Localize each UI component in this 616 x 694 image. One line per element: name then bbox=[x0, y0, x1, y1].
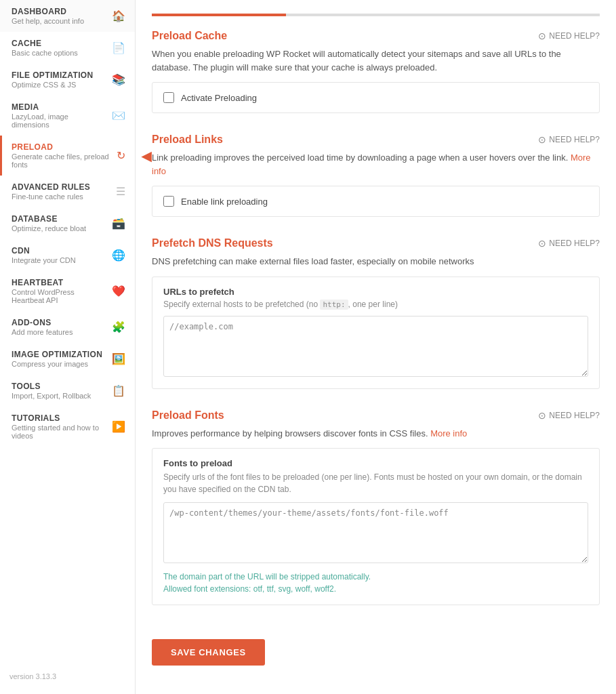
more-info-link-preload-fonts[interactable]: More info bbox=[430, 428, 467, 438]
checkbox-text-preload-cache: Activate Preloading bbox=[181, 93, 257, 103]
option-box-preload-cache: Activate Preloading bbox=[152, 82, 600, 113]
prefetch-box: URLs to prefetch Specify external hosts … bbox=[152, 277, 600, 389]
checkbox-label-preload-cache[interactable]: Activate Preloading bbox=[163, 92, 588, 103]
help-icon-preload-links: ⊙ bbox=[538, 134, 546, 145]
sidebar-item-text-tutorials: TUTORIALS Getting started and how to vid… bbox=[12, 413, 108, 440]
sidebar-item-advanced-rules[interactable]: ADVANCED RULES Fine-tune cache rules ☰ bbox=[0, 176, 135, 207]
sidebar-item-sub-cdn: Integrate your CDN bbox=[12, 256, 108, 264]
sidebar-icon-advanced-rules: ☰ bbox=[116, 185, 125, 198]
need-help-preload-cache[interactable]: ⊙ NEED HELP? bbox=[538, 30, 600, 41]
sidebar-item-title-advanced-rules: ADVANCED RULES bbox=[12, 182, 112, 192]
sidebar-item-sub-dashboard: Get help, account info bbox=[12, 17, 108, 25]
sidebar-icon-add-ons: 🧩 bbox=[112, 321, 125, 333]
sidebar-item-sub-tools: Import, Export, Rollback bbox=[12, 392, 108, 400]
sidebar-item-text-preload: PRELOAD Generate cache files, preload fo… bbox=[12, 142, 114, 169]
section-header-preload-links: Preload Links ⊙ NEED HELP? bbox=[152, 134, 600, 146]
sidebar-item-text-cache: CACHE Basic cache options bbox=[12, 39, 108, 57]
sidebar-item-text-file-optimization: FILE OPTIMIZATION Optimize CSS & JS bbox=[12, 70, 108, 89]
checkbox-label-preload-links[interactable]: Enable link preloading bbox=[163, 196, 588, 207]
section-header-preload-cache: Preload Cache ⊙ NEED HELP? bbox=[152, 30, 600, 42]
section-title-preload-links: Preload Links bbox=[152, 134, 223, 146]
need-help-prefetch-dns[interactable]: ⊙ NEED HELP? bbox=[538, 238, 600, 249]
sidebar-item-text-image-optimization: IMAGE OPTIMIZATION Compress your images bbox=[12, 350, 108, 368]
fonts-sub: Specify urls of the font files to be pre… bbox=[163, 471, 588, 495]
sidebar-item-title-database: DATABASE bbox=[12, 214, 108, 224]
sidebar-item-sub-add-ons: Add more features bbox=[12, 328, 108, 336]
sidebar-icon-dashboard: 🏠 bbox=[112, 9, 125, 22]
main-content: Preload Cache ⊙ NEED HELP? When you enab… bbox=[136, 0, 616, 694]
sidebar-item-sub-heartbeat: Control WordPress Heartbeat API bbox=[12, 288, 108, 304]
sidebar-item-text-dashboard: DASHBOARD Get help, account info bbox=[12, 7, 108, 25]
sidebar-item-text-advanced-rules: ADVANCED RULES Fine-tune cache rules bbox=[12, 182, 112, 201]
checkbox-preload-links[interactable] bbox=[163, 196, 174, 207]
section-preload-links: Preload Links ⊙ NEED HELP? Link preloadi… bbox=[152, 134, 600, 217]
save-changes-button[interactable]: SAVE CHANGES bbox=[152, 639, 265, 666]
section-prefetch-dns: Prefetch DNS Requests ⊙ NEED HELP? DNS p… bbox=[152, 237, 600, 389]
sidebar-item-title-tutorials: TUTORIALS bbox=[12, 413, 108, 423]
sidebar-item-sub-tutorials: Getting started and how to videos bbox=[12, 424, 108, 440]
sidebar-item-sub-image-optimization: Compress your images bbox=[12, 360, 108, 368]
sidebar-icon-heartbeat: ❤️ bbox=[112, 285, 125, 298]
refresh-icon: ↻ bbox=[117, 149, 125, 162]
sidebar-item-sub-media: LazyLoad, image dimensions bbox=[12, 113, 108, 129]
fonts-title: Fonts to preload bbox=[163, 458, 588, 468]
sidebar-item-text-database: DATABASE Optimize, reduce bloat bbox=[12, 214, 108, 232]
more-info-link-preload-links[interactable]: More info bbox=[152, 152, 591, 176]
prefetch-textarea[interactable]: //example.com bbox=[163, 316, 588, 377]
need-help-label-prefetch-dns: NEED HELP? bbox=[549, 239, 600, 248]
sidebar-item-text-cdn: CDN Integrate your CDN bbox=[12, 246, 108, 264]
checkbox-preload-cache[interactable] bbox=[163, 92, 174, 103]
sidebar-item-title-media: MEDIA bbox=[12, 102, 108, 112]
sidebar-item-media[interactable]: MEDIA LazyLoad, image dimensions ✉️ bbox=[0, 96, 135, 136]
top-accent bbox=[152, 14, 600, 16]
sidebar-item-heartbeat[interactable]: HEARTBEAT Control WordPress Heartbeat AP… bbox=[0, 271, 135, 311]
http-code: http: bbox=[320, 300, 348, 310]
need-help-label-preload-links: NEED HELP? bbox=[549, 135, 600, 144]
need-help-label-preload-fonts: NEED HELP? bbox=[549, 411, 600, 420]
sidebar-item-title-dashboard: DASHBOARD bbox=[12, 7, 108, 16]
need-help-label-preload-cache: NEED HELP? bbox=[549, 31, 600, 41]
sidebar-icon-tutorials: ▶️ bbox=[112, 420, 125, 433]
sidebar-item-tools[interactable]: TOOLS Import, Export, Rollback 📋 bbox=[0, 375, 135, 407]
need-help-preload-links[interactable]: ⊙ NEED HELP? bbox=[538, 134, 600, 145]
sidebar-icon-media: ✉️ bbox=[112, 109, 125, 122]
sidebar-item-dashboard[interactable]: DASHBOARD Get help, account info 🏠 bbox=[0, 0, 135, 32]
sidebar-item-tutorials[interactable]: TUTORIALS Getting started and how to vid… bbox=[0, 407, 135, 447]
sidebar-item-title-image-optimization: IMAGE OPTIMIZATION bbox=[12, 350, 108, 359]
fonts-box: Fonts to preload Specify urls of the fon… bbox=[152, 448, 600, 605]
section-preload-cache: Preload Cache ⊙ NEED HELP? When you enab… bbox=[152, 30, 600, 113]
section-preload-fonts: Preload Fonts ⊙ NEED HELP? Improves perf… bbox=[152, 409, 600, 606]
sidebar-item-preload[interactable]: PRELOAD Generate cache files, preload fo… bbox=[0, 136, 135, 176]
sidebar-item-title-file-optimization: FILE OPTIMIZATION bbox=[12, 70, 108, 80]
section-title-preload-fonts: Preload Fonts bbox=[152, 409, 224, 422]
checkbox-text-preload-links: Enable link preloading bbox=[181, 197, 268, 207]
option-box-preload-links: Enable link preloading bbox=[152, 186, 600, 217]
sidebar-item-add-ons[interactable]: ADD-ONS Add more features 🧩 bbox=[0, 311, 135, 343]
sidebar-item-cache[interactable]: CACHE Basic cache options 📄 bbox=[0, 32, 135, 64]
urls-title: URLs to prefetch bbox=[163, 287, 588, 297]
fonts-note: The domain part of the URL will be strip… bbox=[163, 571, 588, 595]
section-desc-preload-fonts: Improves performance by helping browsers… bbox=[152, 427, 600, 441]
sidebar-item-sub-cache: Basic cache options bbox=[12, 49, 108, 57]
section-desc-prefetch-dns: DNS prefetching can make external files … bbox=[152, 255, 600, 268]
sidebar-icon-database: 🗃️ bbox=[112, 217, 125, 230]
fonts-textarea[interactable]: /wp-content/themes/your-theme/assets/fon… bbox=[163, 502, 588, 563]
sidebar-item-database[interactable]: DATABASE Optimize, reduce bloat 🗃️ bbox=[0, 207, 135, 239]
help-icon-preload-fonts: ⊙ bbox=[538, 410, 546, 421]
sidebar-item-sub-database: Optimize, reduce bloat bbox=[12, 224, 108, 232]
need-help-preload-fonts[interactable]: ⊙ NEED HELP? bbox=[538, 410, 600, 421]
sidebar-item-file-optimization[interactable]: FILE OPTIMIZATION Optimize CSS & JS 📚 bbox=[0, 64, 135, 96]
sidebar-icon-file-optimization: 📚 bbox=[112, 73, 125, 86]
sidebar-icon-cdn: 🌐 bbox=[112, 249, 125, 262]
sidebar-item-cdn[interactable]: CDN Integrate your CDN 🌐 bbox=[0, 239, 135, 271]
sidebar-item-text-tools: TOOLS Import, Export, Rollback bbox=[12, 382, 108, 400]
sidebar-item-image-optimization[interactable]: IMAGE OPTIMIZATION Compress your images … bbox=[0, 343, 135, 375]
sidebar-item-title-add-ons: ADD-ONS bbox=[12, 318, 108, 327]
sidebar-item-sub-file-optimization: Optimize CSS & JS bbox=[12, 81, 108, 89]
section-desc-preload-links: Link preloading improves the perceived l… bbox=[152, 151, 600, 178]
sidebar-icon-cache: 📄 bbox=[112, 41, 125, 54]
sidebar-item-title-cache: CACHE bbox=[12, 39, 108, 48]
section-header-prefetch-dns: Prefetch DNS Requests ⊙ NEED HELP? bbox=[152, 237, 600, 249]
sidebar-version: version 3.13.3 bbox=[0, 666, 135, 687]
sidebar-item-title-tools: TOOLS bbox=[12, 382, 108, 391]
